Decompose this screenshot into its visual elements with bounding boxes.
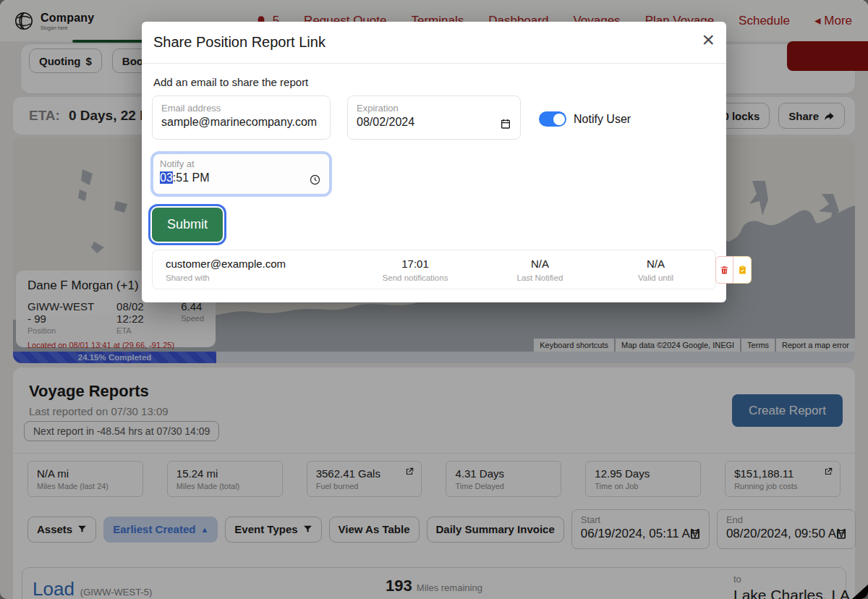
email-field[interactable]: Email address sample@marinecompany.com bbox=[152, 95, 331, 140]
time-hours-selected[interactable]: 03 bbox=[160, 171, 173, 184]
modal-title: Share Position Report Link bbox=[153, 34, 326, 51]
delete-share-button[interactable] bbox=[715, 256, 733, 284]
close-icon[interactable]: × bbox=[702, 29, 715, 51]
shared-email-row: customer@example.com Shared with 17:01 S… bbox=[152, 250, 716, 289]
notify-user-toggle[interactable] bbox=[539, 111, 566, 127]
last-notified-cell: N/A Last Notified bbox=[484, 258, 596, 282]
modal-header: Share Position Report Link × bbox=[142, 22, 726, 64]
valid-until-cell: N/A Valid until bbox=[596, 258, 715, 282]
share-position-report-modal: Share Position Report Link × Add an emai… bbox=[142, 22, 726, 302]
page: Company Slogan here 5 Request Quote Term… bbox=[0, 0, 868, 599]
notify-at-field[interactable]: Notify at 03:51 PM bbox=[150, 151, 332, 197]
calendar-icon[interactable] bbox=[500, 118, 511, 129]
time-rest[interactable]: :51 PM bbox=[173, 171, 210, 184]
send-notifications-cell: 17:01 Send notifications bbox=[346, 258, 484, 282]
clipboard-check-icon bbox=[738, 265, 747, 275]
notification-log-button[interactable] bbox=[733, 256, 752, 284]
clock-icon[interactable] bbox=[309, 174, 321, 186]
notify-user-label: Notify User bbox=[574, 113, 631, 126]
expiration-field[interactable]: Expiration 08/02/2024 bbox=[347, 95, 521, 140]
shared-with-cell: customer@example.com Shared with bbox=[166, 258, 346, 282]
trash-icon bbox=[720, 265, 729, 275]
notify-user-row: Notify User bbox=[539, 111, 631, 127]
submit-button[interactable]: Submit bbox=[152, 208, 223, 242]
modal-subtitle: Add an email to share the report bbox=[153, 76, 308, 88]
